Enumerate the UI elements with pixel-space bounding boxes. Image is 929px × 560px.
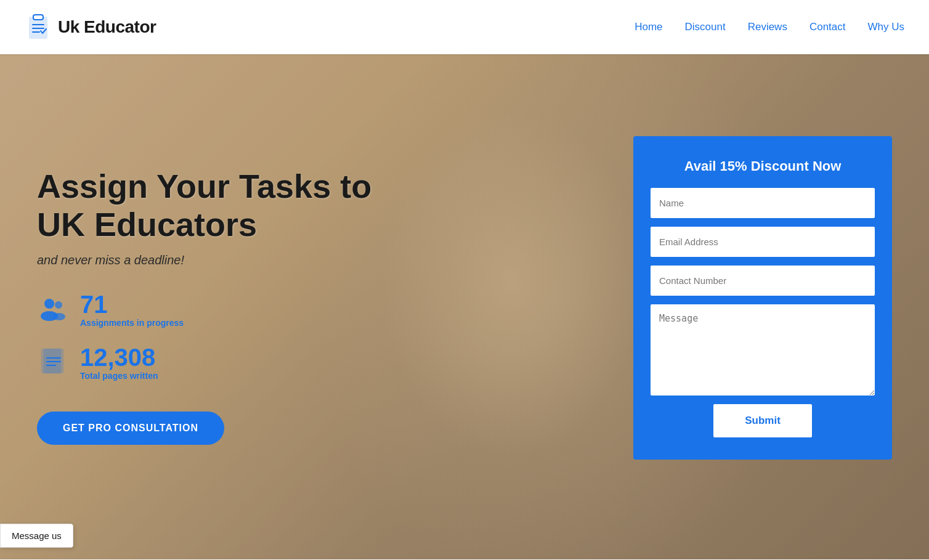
logo[interactable]: Uk Educator xyxy=(25,14,156,41)
name-input[interactable] xyxy=(651,188,875,218)
logo-text: Uk Educator xyxy=(58,17,156,37)
stats-container: 71 Assignments in progress xyxy=(37,292,609,381)
stat-pages: 12,308 Total pages written xyxy=(37,345,609,381)
stat-pages-text: 12,308 Total pages written xyxy=(80,345,158,381)
stat-assignments: 71 Assignments in progress xyxy=(37,292,609,328)
phone-input[interactable] xyxy=(651,266,875,296)
nav-discount[interactable]: Discount xyxy=(685,21,726,33)
document-icon xyxy=(37,347,69,379)
hero-section: Assign Your Tasks to UK Educators and ne… xyxy=(0,54,929,559)
svg-point-5 xyxy=(44,299,54,309)
hero-left: Assign Your Tasks to UK Educators and ne… xyxy=(37,155,609,445)
site-header: Uk Educator Home Discount Reviews Contac… xyxy=(0,0,929,54)
svg-rect-1 xyxy=(33,15,43,20)
stat-assignments-text: 71 Assignments in progress xyxy=(80,292,184,328)
form-title: Avail 15% Discount Now xyxy=(651,158,875,174)
nav-home[interactable]: Home xyxy=(635,21,662,33)
hero-headline-line2: UK Educators xyxy=(37,206,257,243)
message-input[interactable] xyxy=(651,304,875,396)
hero-content: Assign Your Tasks to UK Educators and ne… xyxy=(0,118,929,497)
assignments-label: Assignments in progress xyxy=(80,318,184,328)
submit-button[interactable]: Submit xyxy=(713,404,812,437)
pages-number: 12,308 xyxy=(80,345,158,370)
cta-button[interactable]: GET PRO CONSULTATION xyxy=(37,412,224,445)
message-us-widget[interactable]: Message us xyxy=(0,524,73,548)
hero-headline-line1: Assign Your Tasks to xyxy=(37,168,371,205)
discount-form-panel: Avail 15% Discount Now Submit xyxy=(633,136,892,460)
nav-contact[interactable]: Contact xyxy=(809,21,846,33)
email-input[interactable] xyxy=(651,227,875,257)
people-icon xyxy=(37,294,69,326)
hero-subline: and never miss a deadline! xyxy=(37,253,609,267)
svg-point-8 xyxy=(53,313,65,320)
hero-headline: Assign Your Tasks to UK Educators xyxy=(37,167,609,243)
main-nav: Home Discount Reviews Contact Why Us xyxy=(635,21,904,33)
svg-point-6 xyxy=(55,301,62,309)
pages-label: Total pages written xyxy=(80,371,158,381)
logo-icon xyxy=(25,14,52,41)
assignments-number: 71 xyxy=(80,292,184,317)
nav-why-us[interactable]: Why Us xyxy=(868,21,905,33)
nav-reviews[interactable]: Reviews xyxy=(748,21,787,33)
